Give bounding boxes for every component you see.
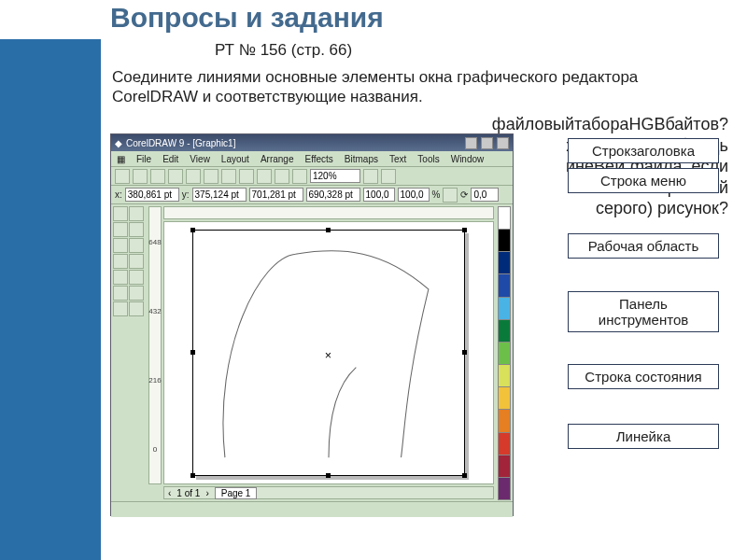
selection-handle[interactable] — [326, 228, 331, 232]
cut-icon[interactable] — [186, 169, 201, 184]
rectangle-tool-icon[interactable] — [113, 238, 128, 253]
interactive-tool-icon[interactable] — [113, 270, 128, 285]
selection-handle[interactable] — [190, 228, 195, 232]
sh-field[interactable]: 100,0 — [398, 188, 430, 202]
extra2-tool-icon[interactable] — [129, 301, 144, 316]
copy-icon[interactable] — [204, 169, 218, 184]
menu-tools[interactable]: Tools — [417, 154, 439, 164]
label-ruler[interactable]: Линейка — [568, 424, 719, 449]
freehand-tool-icon[interactable] — [129, 222, 144, 237]
svg-text:×: × — [325, 349, 331, 362]
pick-tool-icon[interactable] — [113, 206, 128, 221]
redo-icon[interactable] — [257, 169, 272, 184]
ruler-tick: 0 — [153, 445, 157, 454]
drawing-area[interactable]: × — [163, 221, 494, 484]
extra1-tool-icon[interactable] — [113, 301, 128, 316]
new-icon[interactable] — [115, 169, 130, 184]
zoom-tool-icon[interactable] — [113, 222, 128, 237]
page-title: Вопросы и задания — [110, 2, 384, 34]
x-label: x: — [115, 189, 122, 200]
menu-file[interactable]: File — [136, 154, 151, 164]
export-icon[interactable] — [292, 169, 307, 184]
menu-layout[interactable]: Layout — [221, 154, 249, 164]
selection-handle[interactable] — [462, 350, 467, 355]
palette-swatch[interactable] — [498, 297, 511, 320]
ruler-tick: 432 — [148, 307, 161, 315]
selection-handle[interactable] — [462, 228, 467, 232]
palette-swatch[interactable] — [498, 432, 511, 455]
label-statusbar[interactable]: Строка состояния — [568, 364, 719, 389]
menu-edit[interactable]: Edit — [162, 154, 178, 164]
menu-text[interactable]: Text — [389, 154, 406, 164]
window-title-text: CorelDRAW 9 - [Graphic1] — [126, 138, 235, 148]
selection-handle[interactable] — [462, 473, 467, 478]
save-icon[interactable] — [150, 169, 165, 184]
x-field[interactable]: 380,861 pt — [125, 188, 179, 202]
palette-swatch[interactable] — [498, 251, 511, 274]
toolbox — [113, 206, 147, 316]
menu-bitmaps[interactable]: Bitmaps — [345, 154, 378, 164]
page-next-icon[interactable]: › — [205, 488, 208, 498]
angle-field[interactable]: 0,0 — [471, 188, 499, 202]
pct-label: % — [432, 189, 441, 200]
fill-tool-icon[interactable] — [113, 286, 128, 301]
palette-swatch[interactable] — [498, 386, 511, 410]
import-icon[interactable] — [275, 169, 289, 184]
label-menubar[interactable]: Строка меню — [568, 168, 719, 193]
menu-view[interactable]: View — [190, 154, 210, 164]
zoom-combo[interactable]: 120% — [310, 169, 360, 183]
undo-icon[interactable] — [239, 169, 254, 184]
menu-arrange[interactable]: Arrange — [261, 154, 294, 164]
app-menu-icon[interactable]: ▦ — [117, 154, 125, 164]
page-tab[interactable]: Page 1 — [215, 487, 258, 499]
y-field[interactable]: 375,124 pt — [192, 188, 247, 202]
app-icon: ◆ — [115, 138, 122, 148]
page-prev-icon[interactable]: ‹ — [168, 488, 171, 498]
close-button[interactable] — [497, 137, 509, 149]
polygon-tool-icon[interactable] — [113, 254, 128, 269]
outline-tool-icon[interactable] — [129, 286, 144, 301]
sw-field[interactable]: 100,0 — [363, 188, 395, 202]
palette-swatch[interactable] — [498, 206, 511, 230]
selection-handle[interactable] — [190, 473, 195, 478]
palette-swatch[interactable] — [498, 477, 511, 500]
shape-tool-icon[interactable] — [129, 206, 144, 221]
paste-icon[interactable] — [221, 169, 236, 184]
help-icon[interactable] — [381, 169, 396, 184]
palette-swatch[interactable] — [498, 273, 511, 297]
eyedropper-tool-icon[interactable] — [129, 270, 144, 285]
overlay-line: файловыйтабораHGBбайтов? — [149, 114, 728, 135]
menu-effects[interactable]: Effects — [304, 154, 332, 164]
coreldraw-window: ◆ CorelDRAW 9 - [Graphic1] ▦ File Edit V… — [110, 133, 514, 516]
minimize-button[interactable] — [465, 137, 477, 149]
color-palette — [498, 206, 511, 499]
ruler-horizontal — [163, 206, 494, 219]
w-field[interactable]: 701,281 pt — [249, 188, 303, 202]
open-icon[interactable] — [133, 169, 148, 184]
palette-swatch[interactable] — [498, 319, 511, 343]
palette-swatch[interactable] — [498, 342, 511, 365]
lock-icon[interactable] — [443, 188, 458, 203]
palette-swatch[interactable] — [498, 455, 511, 478]
workspace: 648 432 216 0 × ‹ 1 — [111, 204, 513, 501]
curve-svg: × — [193, 231, 464, 475]
maximize-button[interactable] — [481, 137, 493, 149]
label-workspace[interactable]: Рабочая область — [568, 233, 719, 259]
menubar[interactable]: ▦ File Edit View Layout Arrange Effects … — [111, 151, 513, 167]
selection-handle[interactable] — [326, 473, 331, 478]
menu-window[interactable]: Window — [451, 154, 485, 164]
label-toolbox[interactable]: Панель инструментов — [568, 291, 719, 332]
instruction-text: Соедините линиями основные элементы окна… — [112, 67, 710, 107]
palette-swatch[interactable] — [498, 229, 511, 252]
ellipse-tool-icon[interactable] — [129, 238, 144, 253]
text-tool-icon[interactable] — [129, 254, 144, 269]
h-field[interactable]: 690,328 pt — [306, 188, 360, 202]
palette-swatch[interactable] — [498, 409, 511, 432]
zoom-dropdown-icon[interactable] — [363, 169, 378, 184]
palette-swatch[interactable] — [498, 364, 511, 387]
print-icon[interactable] — [168, 169, 183, 184]
standard-toolbar: 120% — [111, 167, 513, 186]
selection-handle[interactable] — [190, 350, 195, 355]
property-bar: x: 380,861 pt y: 375,124 pt 701,281 pt 6… — [111, 186, 513, 204]
label-titlebar[interactable]: Строкзаголовка — [568, 138, 719, 163]
